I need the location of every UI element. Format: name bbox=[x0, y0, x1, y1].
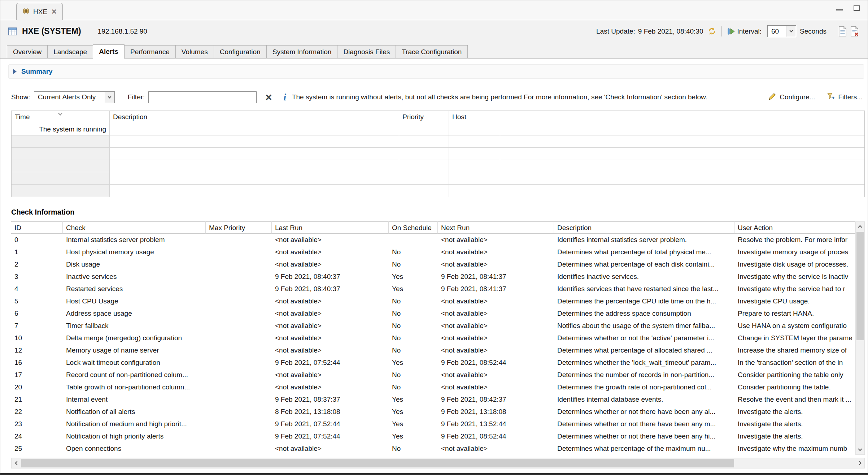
alerts-column-label: Host bbox=[452, 113, 466, 121]
check-row[interactable]: 4Restarted services9 Feb 2021, 08:40:37Y… bbox=[11, 283, 855, 295]
log-file-icon[interactable] bbox=[838, 26, 847, 36]
tab-overview[interactable]: Overview bbox=[7, 45, 48, 58]
check-row[interactable]: 21Internal event9 Feb 2021, 08:37:37Yes9… bbox=[11, 393, 855, 406]
scroll-down-icon[interactable] bbox=[856, 445, 864, 454]
auto-refresh-icon[interactable] bbox=[727, 27, 736, 36]
filter-input[interactable] bbox=[148, 91, 257, 103]
check-cell: 9 Feb 2021, 08:41:37 bbox=[438, 271, 554, 283]
check-column-check[interactable]: Check bbox=[63, 221, 206, 234]
check-cell: Restarted services bbox=[63, 283, 206, 295]
check-row[interactable]: 25Open connections<not available>No<not … bbox=[11, 442, 855, 455]
vertical-scrollbar[interactable] bbox=[855, 221, 865, 455]
cancel-log-file-icon[interactable] bbox=[850, 26, 859, 36]
filters-button[interactable]: Filters... bbox=[826, 92, 863, 102]
check-row[interactable]: 5Host CPU Usage<not available>No<not ava… bbox=[11, 295, 855, 307]
scroll-left-icon[interactable] bbox=[12, 458, 21, 468]
check-row[interactable]: 12Memory usage of name server<not availa… bbox=[11, 344, 855, 357]
alerts-cell: The system is running bbox=[12, 123, 110, 135]
interval-select[interactable]: 60 bbox=[767, 25, 796, 37]
configure-button[interactable]: Configure... bbox=[768, 92, 815, 102]
check-cell: 10 bbox=[11, 332, 63, 344]
alerts-row[interactable] bbox=[12, 148, 864, 160]
scroll-right-icon[interactable] bbox=[855, 458, 864, 468]
summary-section-header[interactable]: Summary bbox=[8, 64, 864, 79]
minimize-icon[interactable] bbox=[836, 6, 843, 10]
horizontal-scrollbar-thumb[interactable] bbox=[21, 459, 734, 467]
alerts-cell bbox=[399, 148, 449, 160]
check-column-description[interactable]: Description bbox=[554, 221, 734, 234]
check-cell: 16 bbox=[11, 357, 63, 369]
tab-landscape[interactable]: Landscape bbox=[47, 45, 93, 58]
check-column-user-action[interactable]: User Action bbox=[734, 221, 855, 234]
check-column-id[interactable]: ID bbox=[11, 221, 63, 234]
check-cell: Investigate disk usage of processes. bbox=[734, 258, 855, 271]
interval-label: Interval: bbox=[737, 27, 762, 35]
refresh-icon[interactable] bbox=[707, 27, 716, 36]
maximize-icon[interactable] bbox=[854, 5, 860, 11]
check-column-max-priority[interactable]: Max Priority bbox=[206, 221, 272, 234]
check-cell: <not available> bbox=[272, 234, 389, 246]
horizontal-scrollbar[interactable] bbox=[11, 458, 865, 468]
scroll-up-icon[interactable] bbox=[856, 222, 864, 231]
window-controls bbox=[836, 5, 860, 11]
check-row[interactable]: 2Disk usage<not available>No<not availab… bbox=[11, 258, 855, 271]
alerts-cell bbox=[449, 148, 500, 160]
check-cell bbox=[206, 295, 272, 307]
check-cell: 5 bbox=[11, 295, 63, 307]
alerts-column-description[interactable]: Description bbox=[110, 111, 399, 123]
check-row[interactable]: 17Record count of non-partitioned colum.… bbox=[11, 369, 855, 381]
tab-alerts[interactable]: Alerts bbox=[93, 44, 125, 59]
check-cell: Identifies services that have restarted … bbox=[554, 283, 734, 295]
check-row[interactable]: 24Notification of high priority alerts9 … bbox=[11, 430, 855, 442]
check-cell: Investigate the alerts. bbox=[734, 406, 855, 418]
tab-system-information[interactable]: System Information bbox=[266, 45, 338, 58]
check-cell: Determines whether or not there have bee… bbox=[554, 418, 734, 430]
tab-trace-configuration[interactable]: Trace Configuration bbox=[396, 45, 468, 58]
show-select[interactable]: Current Alerts Only bbox=[34, 91, 115, 103]
check-row[interactable]: 0Internal statistics server problem<not … bbox=[11, 234, 855, 246]
alerts-row[interactable] bbox=[12, 172, 864, 185]
check-cell: Notification of high priority alerts bbox=[63, 430, 206, 442]
check-row[interactable]: 22Notification of all alerts8 Feb 2021, … bbox=[11, 406, 855, 418]
check-row[interactable]: 23Notification of medium and high priori… bbox=[11, 418, 855, 430]
check-row[interactable]: 1Host physical memory usage<not availabl… bbox=[11, 246, 855, 258]
alerts-row[interactable] bbox=[12, 135, 864, 148]
check-cell bbox=[206, 307, 272, 320]
tab-performance[interactable]: Performance bbox=[124, 45, 176, 58]
alerts-column-label: Description bbox=[113, 113, 147, 121]
check-row[interactable]: 6Address space usage<not available>No<no… bbox=[11, 307, 855, 320]
status-message: The system is running without alerts, bu… bbox=[292, 93, 707, 101]
alerts-column-filler bbox=[500, 111, 864, 123]
alerts-cell bbox=[399, 172, 449, 185]
alerts-column-priority[interactable]: Priority bbox=[399, 111, 449, 123]
tab-volumes[interactable]: Volumes bbox=[175, 45, 214, 58]
check-row[interactable]: 10Delta merge (mergedog) configuration<n… bbox=[11, 332, 855, 344]
alerts-column-host[interactable]: Host bbox=[449, 111, 500, 123]
check-row[interactable]: 7Timer fallback<not available>No<not ava… bbox=[11, 320, 855, 332]
check-row[interactable]: 16Lock wait timeout configuration9 Feb 2… bbox=[11, 357, 855, 369]
alerts-column-time[interactable]: Time bbox=[12, 111, 110, 123]
vertical-scrollbar-thumb[interactable] bbox=[856, 232, 864, 340]
clear-filter-icon[interactable]: × bbox=[265, 92, 272, 103]
check-row[interactable]: 20Table growth of non-partitioned column… bbox=[11, 381, 855, 393]
check-table: IDCheckMax PriorityLast RunOn ScheduleNe… bbox=[11, 221, 855, 455]
check-cell: Consider partitioning the table only bbox=[734, 369, 855, 381]
editor-tab-hxe[interactable]: HXE × bbox=[16, 3, 63, 20]
alerts-cell bbox=[449, 172, 500, 185]
check-cell: Prepare to restart HANA. bbox=[734, 307, 855, 320]
check-information-title: Check Information bbox=[11, 208, 864, 216]
alerts-row[interactable] bbox=[12, 160, 864, 172]
alerts-row[interactable] bbox=[12, 185, 864, 197]
check-column-next-run[interactable]: Next Run bbox=[438, 221, 554, 234]
check-column-last-run[interactable]: Last Run bbox=[272, 221, 389, 234]
check-column-on-schedule[interactable]: On Schedule bbox=[389, 221, 438, 234]
tab-configuration[interactable]: Configuration bbox=[214, 45, 267, 58]
tab-diagnosis-files[interactable]: Diagnosis Files bbox=[337, 45, 396, 58]
check-row[interactable]: 3Inactive services9 Feb 2021, 08:40:37Ye… bbox=[11, 271, 855, 283]
alerts-cell bbox=[12, 160, 110, 172]
check-cell bbox=[206, 369, 272, 381]
alerts-cell bbox=[12, 135, 110, 148]
check-cell: No bbox=[389, 369, 438, 381]
close-icon[interactable]: × bbox=[52, 8, 56, 16]
alerts-row[interactable]: The system is running bbox=[12, 123, 864, 135]
